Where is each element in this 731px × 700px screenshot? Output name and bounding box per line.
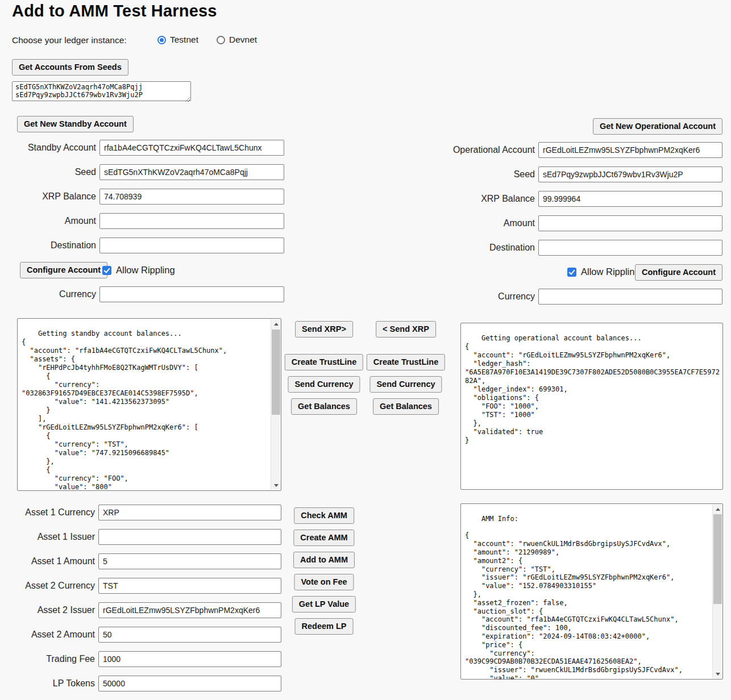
standby-amount-label: Amount [0,216,96,226]
standby-amount-input[interactable] [99,213,284,229]
operational-xrp-balance-input[interactable] [538,191,722,207]
amm-info-scrollbar[interactable] [712,505,722,678]
standby-seed-input[interactable] [99,164,284,180]
standby-xrp-balance-input[interactable] [99,189,284,205]
operational-amount-label: Amount [347,218,535,228]
standby-xrp-balance-label: XRP Balance [0,191,96,202]
standby-account-input[interactable] [99,140,284,156]
scroll-up-icon[interactable] [713,505,722,514]
ledger-instance-prompt: Choose your ledger instance: [12,35,127,45]
operational-get-balances-button[interactable]: Get Balances [373,398,439,415]
standby-destination-input[interactable] [99,238,284,253]
scroll-down-icon[interactable] [713,669,722,678]
standby-allow-rippling-label: Allow Rippling [116,265,175,276]
testnet-radio-label[interactable]: Testnet [170,35,198,45]
operational-seed-label: Seed [347,169,535,180]
asset2-issuer-label: Asset 2 Issuer [0,605,95,615]
asset1-issuer-label: Asset 1 Issuer [0,532,95,542]
send-xrp-to-standby-button[interactable]: < Send XRP [376,321,436,338]
standby-currency-input[interactable] [99,286,284,302]
get-accounts-from-seeds-button[interactable]: Get Accounts From Seeds [12,59,128,76]
lp-tokens-label: LP Tokens [0,678,95,689]
amm-info-textarea[interactable]: AMM Info: { "account": "rwuenCkUL1MdrBsd… [460,503,723,680]
asset1-amount-label: Asset 1 Amount [0,556,95,566]
operational-seed-input[interactable] [538,166,722,182]
devnet-radio-label[interactable]: Devnet [229,35,257,45]
asset1-issuer-input[interactable] [98,529,281,545]
amm-info-text: AMM Info: { "account": "rwuenCkUL1MdrBsd… [465,515,683,680]
standby-allow-rippling-checkbox[interactable] [102,266,111,275]
asset1-amount-input[interactable] [98,553,281,569]
standby-results-text: Getting standby account balances... { "a… [22,330,227,491]
trading-fee-label: Trading Fee [0,654,95,664]
operational-configure-account-button[interactable]: Configure Account [635,264,722,281]
operational-results-text: Getting operational account balances... … [465,334,720,444]
page-title: Add to AMM Test Harness [12,2,217,20]
scrollbar-thumb[interactable] [272,330,280,415]
operational-destination-label: Destination [347,243,535,253]
operational-allow-rippling-label: Allow Rippling [581,266,640,277]
asset1-currency-input[interactable] [98,505,281,520]
asset2-issuer-input[interactable] [98,602,281,618]
create-amm-button[interactable]: Create AMM [293,530,354,546]
standby-results-textarea[interactable]: Getting standby account balances... { "a… [17,318,281,491]
testnet-radio-icon[interactable] [157,36,166,44]
standby-destination-label: Destination [0,240,96,251]
standby-results-scrollbar[interactable] [271,319,280,490]
operational-currency-label: Currency [347,291,535,302]
standby-send-currency-button[interactable]: Send Currency [288,376,360,393]
seeds-textarea[interactable]: sEdTG5nXThKWZoV2aqrh47oMCa8Pqjj sEd7Pqy9… [12,81,191,101]
send-xrp-to-operational-button[interactable]: Send XRP> [295,321,353,338]
standby-seed-label: Seed [0,167,96,177]
standby-get-balances-button[interactable]: Get Balances [291,398,357,415]
get-new-standby-account-button[interactable]: Get New Standby Account [17,116,134,132]
operational-send-currency-button[interactable]: Send Currency [369,376,442,393]
lp-tokens-input[interactable] [98,676,281,691]
operational-account-input[interactable] [538,142,722,158]
operational-currency-input[interactable] [538,289,722,305]
operational-amount-input[interactable] [538,215,722,231]
redeem-lp-button[interactable]: Redeem LP [295,618,354,635]
operational-xrp-balance-label: XRP Balance [347,194,535,204]
standby-account-label: Standby Account [0,143,96,153]
vote-on-fee-button[interactable]: Vote on Fee [294,574,354,590]
add-to-amm-button[interactable]: Add to AMM [293,552,355,568]
asset2-amount-label: Asset 2 Amount [0,630,95,640]
check-amm-button[interactable]: Check AMM [294,507,354,524]
operational-account-label: Operational Account [347,145,535,155]
asset1-currency-label: Asset 1 Currency [0,507,95,518]
asset2-amount-input[interactable] [98,627,281,643]
asset2-currency-input[interactable] [98,578,281,594]
amm-test-harness-page: Add to AMM Test Harness Choose your ledg… [0,0,731,700]
get-new-operational-account-button[interactable]: Get New Operational Account [593,118,722,135]
scrollbar-thumb[interactable] [713,514,722,604]
asset2-currency-label: Asset 2 Currency [0,581,95,591]
radio-testnet[interactable]: Testnet [157,35,198,45]
operational-create-trustline-button[interactable]: Create TrustLine [367,354,445,370]
trading-fee-input[interactable] [98,651,281,667]
operational-allow-rippling-checkbox[interactable] [567,268,576,277]
scroll-up-icon[interactable] [271,319,281,328]
radio-devnet[interactable]: Devnet [217,35,257,45]
operational-results-textarea[interactable]: Getting operational account balances... … [460,323,723,490]
operational-destination-input[interactable] [538,240,722,256]
devnet-radio-icon[interactable] [217,36,225,44]
standby-create-trustline-button[interactable]: Create TrustLine [285,354,363,370]
standby-currency-label: Currency [0,289,96,299]
scroll-down-icon[interactable] [271,481,281,490]
standby-configure-account-button[interactable]: Configure Account [20,262,107,278]
get-lp-value-button[interactable]: Get LP Value [292,596,356,612]
